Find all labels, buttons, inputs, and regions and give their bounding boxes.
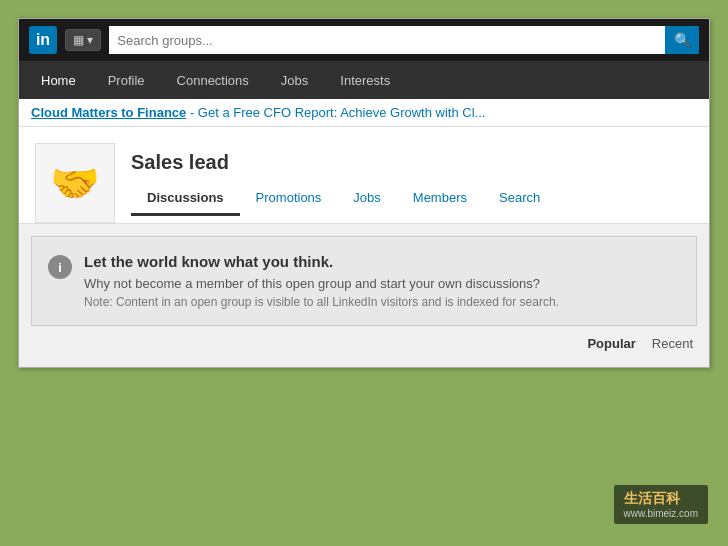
tab-jobs[interactable]: Jobs bbox=[337, 184, 396, 216]
content-area: i Let the world know what you think. Why… bbox=[19, 224, 709, 367]
group-tabs: Discussions Promotions Jobs Members Sear… bbox=[131, 184, 693, 216]
watermark: 生活百科 www.bimeiz.com bbox=[614, 485, 708, 524]
watermark-url: www.bimeiz.com bbox=[624, 508, 698, 519]
tab-members[interactable]: Members bbox=[397, 184, 483, 216]
tab-promotions[interactable]: Promotions bbox=[240, 184, 338, 216]
group-info: Sales lead Discussions Promotions Jobs M… bbox=[131, 151, 693, 216]
top-bar: in ▦ ▾ 🔍 bbox=[19, 19, 709, 61]
nav-connections[interactable]: Connections bbox=[161, 61, 265, 99]
search-button[interactable]: 🔍 bbox=[665, 26, 699, 54]
group-header: 🤝 Sales lead Discussions Promotions Jobs… bbox=[19, 127, 709, 224]
nav-jobs[interactable]: Jobs bbox=[265, 61, 324, 99]
sort-recent[interactable]: Recent bbox=[652, 336, 693, 351]
main-nav: Home Profile Connections Jobs Interests bbox=[19, 61, 709, 99]
sort-popular[interactable]: Popular bbox=[587, 336, 635, 351]
info-box: i Let the world know what you think. Why… bbox=[31, 236, 697, 326]
ad-link[interactable]: Cloud Matters to Finance bbox=[31, 105, 186, 120]
info-description: Why not become a member of this open gro… bbox=[84, 276, 559, 291]
sort-bar: Popular Recent bbox=[31, 326, 697, 355]
info-content: Let the world know what you think. Why n… bbox=[84, 253, 559, 309]
nav-interests[interactable]: Interests bbox=[324, 61, 406, 99]
group-logo: 🤝 bbox=[35, 143, 115, 223]
search-input[interactable] bbox=[109, 26, 665, 54]
info-title: Let the world know what you think. bbox=[84, 253, 559, 270]
handshake-icon: 🤝 bbox=[50, 160, 100, 207]
apps-button[interactable]: ▦ ▾ bbox=[65, 29, 101, 51]
search-icon: 🔍 bbox=[674, 32, 691, 48]
watermark-cn-text: 生活百科 bbox=[624, 490, 698, 508]
nav-home[interactable]: Home bbox=[25, 61, 92, 99]
tab-discussions[interactable]: Discussions bbox=[131, 184, 240, 216]
tab-search[interactable]: Search bbox=[483, 184, 556, 216]
linkedin-logo: in bbox=[29, 26, 57, 54]
nav-profile[interactable]: Profile bbox=[92, 61, 161, 99]
ad-banner: Cloud Matters to Finance - Get a Free CF… bbox=[19, 99, 709, 127]
group-name: Sales lead bbox=[131, 151, 693, 174]
search-bar: 🔍 bbox=[109, 26, 699, 54]
info-note: Note: Content in an open group is visibl… bbox=[84, 295, 559, 309]
info-icon: i bbox=[48, 255, 72, 279]
